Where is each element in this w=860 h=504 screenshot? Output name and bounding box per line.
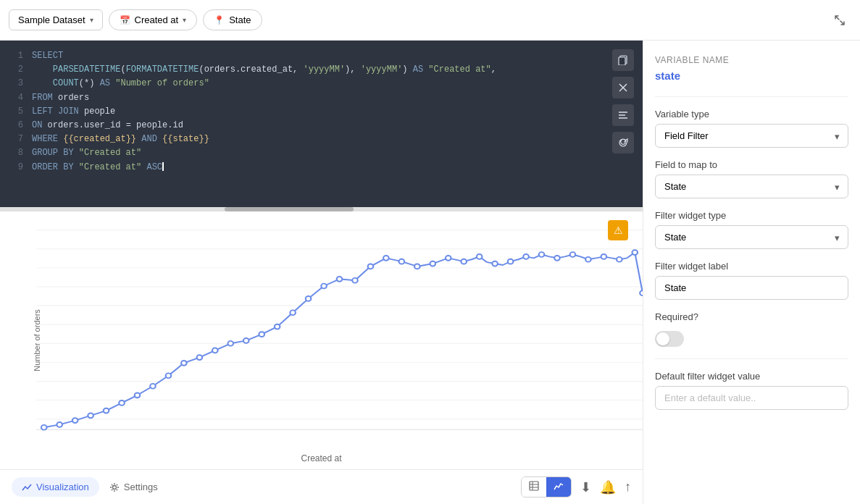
- svg-point-49: [259, 332, 264, 337]
- chart-view-button[interactable]: [546, 477, 571, 497]
- variable-type-group: Variable type Field Filter Text Number D…: [655, 109, 848, 148]
- share-button[interactable]: ↑: [625, 479, 631, 495]
- svg-point-65: [508, 259, 514, 264]
- code-line-5: 5 LEFT JOIN people: [12, 105, 631, 119]
- svg-point-74: [640, 290, 643, 295]
- filter2-label: State: [229, 14, 251, 25]
- required-label: Required?: [655, 311, 848, 322]
- code-line-2: 2 PARSEDATETIME(FORMATDATETIME(orders.cr…: [12, 63, 631, 77]
- variable-type-select[interactable]: Field Filter Text Number Date: [655, 124, 848, 148]
- top-bar: Sample Dataset ▾ 📅 Created at ▾ 📍 State: [0, 0, 860, 41]
- svg-point-37: [72, 418, 78, 423]
- code-line-4: 4 FROM orders: [12, 91, 631, 105]
- code-line-9: 9 ORDER BY "Created at" ASC: [12, 161, 631, 175]
- format-icon: [618, 110, 628, 120]
- chevron-down-icon: ▾: [90, 16, 93, 24]
- location-icon: 📍: [214, 15, 225, 25]
- svg-point-67: [539, 252, 545, 257]
- svg-point-48: [243, 338, 249, 343]
- calendar-icon: 📅: [120, 15, 130, 25]
- filter-widget-type-label: Filter widget type: [655, 210, 848, 221]
- variable-type-select-wrapper: Field Filter Text Number Date: [655, 124, 848, 148]
- warning-badge[interactable]: ⚠: [608, 220, 628, 240]
- svg-point-55: [352, 278, 358, 283]
- svg-point-58: [399, 259, 405, 264]
- svg-rect-1: [619, 57, 625, 65]
- filter-widget-label-input[interactable]: [655, 276, 848, 300]
- svg-point-71: [601, 254, 607, 259]
- left-panel: 1 SELECT 2 PARSEDATETIME(FORMATDATETIME(…: [0, 41, 643, 504]
- svg-point-54: [337, 277, 343, 282]
- svg-point-45: [197, 355, 203, 360]
- clear-button[interactable]: [612, 77, 634, 98]
- svg-point-68: [554, 256, 560, 261]
- variable-name-value: state: [655, 70, 848, 82]
- run-button[interactable]: [612, 132, 634, 154]
- settings-tab[interactable]: Settings: [99, 477, 168, 497]
- svg-point-41: [135, 392, 141, 398]
- svg-point-64: [492, 261, 498, 266]
- svg-point-42: [150, 384, 156, 389]
- line-chart: 550 500 450 400 350 300 250 200 150 100 …: [36, 223, 643, 433]
- code-line-1: 1 SELECT: [12, 49, 631, 63]
- copy-button[interactable]: [612, 49, 634, 71]
- svg-point-50: [275, 324, 280, 329]
- svg-point-47: [228, 341, 234, 346]
- required-toggle[interactable]: [655, 331, 684, 347]
- svg-point-69: [570, 252, 576, 257]
- required-group: Required?: [655, 311, 848, 347]
- dataset-button[interactable]: Sample Dataset ▾: [9, 9, 103, 30]
- svg-point-70: [585, 257, 591, 262]
- state-filter[interactable]: 📍 State: [203, 9, 262, 30]
- svg-point-57: [383, 256, 389, 261]
- visualization-tab[interactable]: Visualization: [12, 477, 99, 497]
- chart-icon: [22, 482, 32, 492]
- filter-widget-label-group: Filter widget label: [655, 261, 848, 300]
- settings-icon: [109, 482, 120, 492]
- svg-point-35: [41, 425, 47, 430]
- divider-2: [655, 358, 848, 359]
- x-axis-label: Created at: [301, 453, 341, 463]
- filter1-label: Created at: [135, 14, 179, 25]
- default-filter-label: Default filter widget value: [655, 371, 848, 382]
- code-line-7: 7 WHERE {{created_at}} AND {{state}}: [12, 133, 631, 146]
- variable-type-label: Variable type: [655, 109, 848, 119]
- view-toggle: [521, 476, 572, 497]
- alert-button[interactable]: 🔔: [600, 479, 616, 495]
- editor-actions: [612, 49, 634, 154]
- required-toggle-row: [655, 331, 848, 347]
- default-filter-input[interactable]: [655, 386, 848, 410]
- svg-point-60: [430, 261, 436, 266]
- table-view-button[interactable]: [522, 477, 546, 497]
- divider-1: [655, 96, 848, 97]
- download-button[interactable]: ⬇: [580, 479, 591, 495]
- svg-point-43: [166, 373, 172, 378]
- svg-point-56: [368, 264, 374, 269]
- svg-point-66: [523, 254, 529, 259]
- filter-widget-type-select[interactable]: State String: [655, 225, 848, 249]
- default-filter-group: Default filter widget value: [655, 371, 848, 410]
- refresh-icon: [618, 138, 628, 148]
- created-at-filter[interactable]: 📅 Created at ▾: [109, 9, 198, 30]
- svg-point-39: [104, 408, 109, 413]
- svg-rect-76: [530, 482, 538, 490]
- field-to-map-group: Field to map to State: [655, 159, 848, 198]
- svg-point-36: [57, 422, 62, 427]
- code-line-8: 8 GROUP BY "Created at": [12, 146, 631, 160]
- close-icon: [618, 83, 628, 93]
- svg-point-61: [446, 256, 451, 261]
- copy-icon: [618, 55, 628, 65]
- svg-point-44: [181, 361, 187, 366]
- filter-widget-label-label: Filter widget label: [655, 261, 848, 272]
- code-editor[interactable]: 1 SELECT 2 PARSEDATETIME(FORMATDATETIME(…: [0, 41, 643, 207]
- svg-point-62: [461, 259, 467, 264]
- chevron-down-icon-2: ▾: [183, 16, 186, 24]
- minimize-button[interactable]: [828, 9, 851, 32]
- variable-name-group: Variable name state: [655, 55, 848, 82]
- bottom-bar: Visualization Settings: [0, 469, 643, 504]
- field-to-map-select[interactable]: State: [655, 175, 848, 198]
- field-to-map-label: Field to map to: [655, 159, 848, 170]
- svg-point-46: [212, 348, 218, 353]
- format-button[interactable]: [612, 104, 634, 126]
- bottom-right-actions: ⬇ 🔔 ↑: [521, 476, 631, 497]
